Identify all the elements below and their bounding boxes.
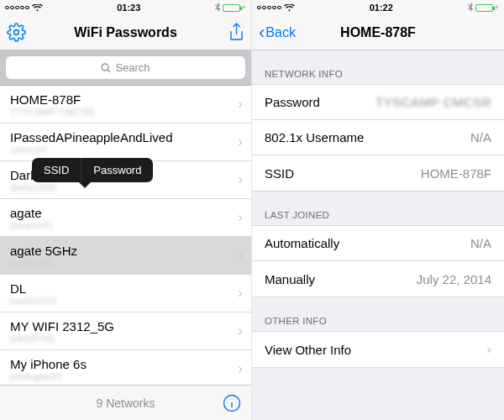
network-count: 9 Networks [96,396,155,410]
bluetooth-icon [468,3,473,13]
back-button[interactable]: ‹ Back [259,24,296,42]
battery-icon [475,4,493,12]
row-username[interactable]: 802.1x Username N/A [252,120,504,155]
row-ssid[interactable]: SSID HOME-878F [252,155,504,191]
chevron-right-icon: › [238,209,243,226]
info-icon[interactable] [223,394,241,412]
list-item[interactable]: DLtoaded123› [0,275,251,312]
nav-bar: ‹ Back HOME-878F [252,15,504,50]
back-label: Back [265,25,296,40]
svg-point-1 [102,64,108,71]
list-item[interactable]: HOME-878FTYSCAMP CMCSR› [0,86,251,123]
svg-point-0 [14,30,19,35]
share-icon[interactable] [228,23,244,42]
battery-icon [223,4,240,12]
network-list[interactable]: HOME-878FTYSCAMP CMCSR› IPassedAPineappl… [0,86,251,385]
status-bar: 01:23 ⚡︎ [0,0,251,15]
chevron-right-icon: › [238,96,243,113]
left-screen: 01:23 ⚡︎ WiFi Passwords Search [0,0,252,420]
list-item[interactable]: agateamacor01› [0,199,251,237]
right-screen: 01:22 ⚡︎ ‹ Back HOME-878F NETWORK INFO P… [252,0,504,420]
search-placeholder: Search [115,61,150,74]
list-item[interactable]: IPassedAPineappleAndLivedusercom› [0,123,251,161]
status-time: 01:22 [370,3,393,13]
list-item[interactable]: MY WIFI 2312_5Gadref0100› [0,312,251,350]
list-item[interactable]: My iPhone 6spsdfogwy33› [0,350,251,385]
wifi-icon [32,4,43,12]
search-bar-container: Search [0,50,251,86]
list-item-selected[interactable]: agate 5GHzamacor01› [0,237,251,275]
row-auto[interactable]: Automatically N/A [252,226,504,261]
status-time: 01:23 [117,3,140,13]
nav-bar: WiFi Passwords [0,15,251,50]
context-menu: SSID Password [32,158,153,182]
row-view-other[interactable]: View Other Info › [252,332,504,367]
page-title: HOME-878F [340,25,416,40]
signal-icon [257,6,281,10]
wifi-icon [284,4,295,12]
chevron-right-icon: › [238,247,243,264]
toolbar: 9 Networks [0,385,251,420]
bluetooth-icon [215,3,220,13]
section-header-network: NETWORK INFO [252,50,504,84]
search-input[interactable]: Search [6,56,245,79]
page-title: WiFi Passwords [74,25,177,40]
gear-icon[interactable] [7,23,26,42]
row-password[interactable]: Password TYSCAMP CMCSR [252,85,504,120]
detail-list[interactable]: NETWORK INFO Password TYSCAMP CMCSR 802.… [252,50,504,420]
chevron-right-icon: › [238,360,243,377]
section-header-lastjoined: LAST JOINED [252,192,504,225]
chevron-left-icon: ‹ [259,24,265,42]
menu-item-password[interactable]: Password [81,158,153,182]
chevron-right-icon: › [486,341,491,358]
chevron-right-icon: › [238,134,243,150]
status-bar: 01:22 ⚡︎ [252,0,504,15]
signal-icon [5,6,29,10]
search-icon [101,63,111,73]
section-header-other: OTHER INFO [252,297,504,331]
chevron-right-icon: › [238,285,243,302]
menu-item-ssid[interactable]: SSID [32,158,81,182]
chevron-right-icon: › [238,323,243,339]
chevron-right-icon: › [238,171,243,188]
row-manual[interactable]: Manually July 22, 2014 [252,261,504,297]
